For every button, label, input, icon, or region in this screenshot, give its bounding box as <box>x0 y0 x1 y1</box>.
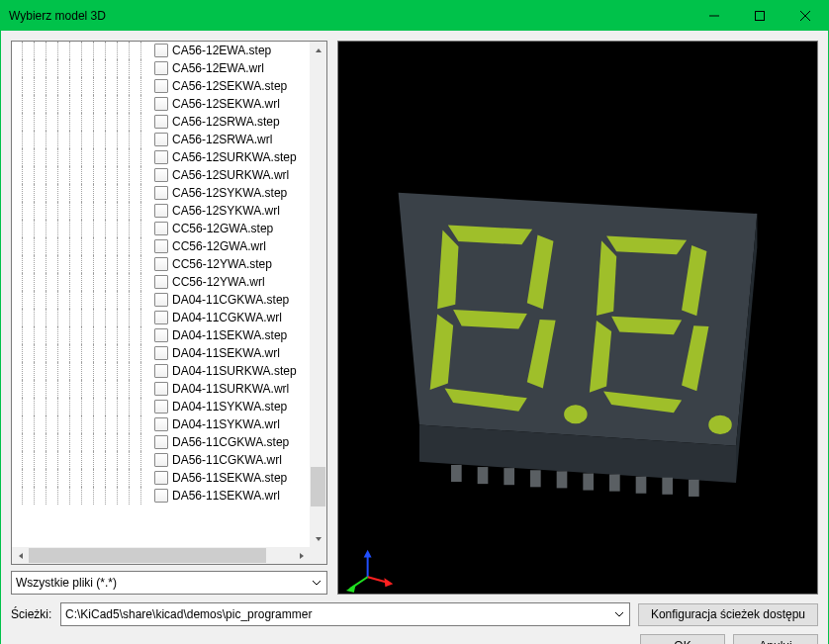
scroll-left-button[interactable] <box>12 547 29 564</box>
vertical-scrollbar[interactable] <box>310 42 326 547</box>
svg-rect-1 <box>756 12 765 21</box>
file-tree-item[interactable]: DA04-11CGKWA.step <box>12 291 310 309</box>
file-tree-item[interactable]: CA56-12SURKWA.step <box>12 148 310 166</box>
client-area: CA56-12EWA.stepCA56-12EWA.wrlCA56-12SEKW… <box>1 31 828 644</box>
file-name-label: DA56-11SEKWA.wrl <box>172 489 280 503</box>
svg-rect-18 <box>636 477 647 494</box>
file-name-label: DA04-11SURKWA.step <box>172 364 297 378</box>
file-tree-item[interactable]: DA56-11CGKWA.wrl <box>12 451 310 469</box>
configure-paths-button[interactable]: Konfiguracja ścieżek dostępu <box>638 603 818 626</box>
svg-rect-12 <box>478 467 489 484</box>
file-icon <box>154 400 168 414</box>
file-tree-item[interactable]: DA04-11SEKWA.wrl <box>12 344 310 362</box>
file-icon <box>154 61 168 75</box>
file-tree-item[interactable]: DA04-11SURKWA.wrl <box>12 380 310 398</box>
file-tree[interactable]: CA56-12EWA.stepCA56-12EWA.wrlCA56-12SEKW… <box>11 41 327 565</box>
svg-rect-13 <box>504 468 514 485</box>
horizontal-scrollbar[interactable] <box>12 547 310 564</box>
maximize-button[interactable] <box>737 1 783 31</box>
cancel-button[interactable]: Anuluj <box>733 634 818 644</box>
file-tree-item[interactable]: CA56-12SURKWA.wrl <box>12 166 310 184</box>
upper-panel: CA56-12EWA.stepCA56-12EWA.wrlCA56-12SEKW… <box>11 41 818 595</box>
file-name-label: DA04-11SEKWA.wrl <box>172 346 280 360</box>
file-tree-item[interactable]: DA56-11CGKWA.step <box>12 433 310 451</box>
file-name-label: CA56-12SRWA.wrl <box>172 133 272 146</box>
svg-rect-0 <box>709 16 719 17</box>
scroll-down-button[interactable] <box>310 530 326 547</box>
file-filter-text: Wszystkie pliki (*.*) <box>16 576 117 590</box>
minimize-button[interactable] <box>691 1 737 31</box>
file-name-label: DA56-11CGKWA.wrl <box>172 453 282 467</box>
file-tree-item[interactable]: CA56-12SYKWA.step <box>12 184 310 202</box>
file-tree-item[interactable]: CC56-12YWA.wrl <box>12 273 310 291</box>
file-icon <box>154 44 168 57</box>
file-name-label: DA56-11CGKWA.step <box>172 435 289 449</box>
svg-marker-3 <box>364 550 372 558</box>
file-icon <box>154 239 168 253</box>
file-tree-item[interactable]: CC56-12GWA.wrl <box>12 237 310 255</box>
file-tree-item[interactable]: DA56-11SEKWA.step <box>12 469 310 487</box>
file-icon <box>154 311 168 324</box>
file-name-label: CA56-12SYKWA.step <box>172 186 287 200</box>
file-icon <box>154 471 168 485</box>
vertical-scroll-thumb[interactable] <box>311 467 325 506</box>
file-tree-item[interactable]: CA56-12SYKWA.wrl <box>12 202 310 220</box>
file-icon <box>154 168 168 182</box>
window-frame: Wybierz model 3D CA56-12EWA.stepCA56-12E… <box>0 0 829 644</box>
horizontal-scroll-thumb[interactable] <box>29 548 266 563</box>
3d-preview[interactable] <box>337 41 818 595</box>
file-icon <box>154 204 168 218</box>
file-name-label: CA56-12EWA.wrl <box>172 61 264 75</box>
file-tree-item[interactable]: DA04-11SEKWA.step <box>12 326 310 344</box>
file-name-label: DA04-11SYKWA.step <box>172 400 287 414</box>
titlebar[interactable]: Wybierz model 3D <box>1 1 828 31</box>
file-filter-combo[interactable]: Wszystkie pliki (*.*) <box>11 571 327 595</box>
close-button[interactable] <box>783 1 828 31</box>
file-name-label: CC56-12YWA.wrl <box>172 275 265 289</box>
file-tree-item[interactable]: CA56-12SEKWA.wrl <box>12 95 310 113</box>
file-icon <box>154 382 168 396</box>
file-tree-item[interactable]: DA04-11SURKWA.step <box>12 362 310 380</box>
file-name-label: DA04-11SYKWA.wrl <box>172 417 280 431</box>
file-icon <box>154 79 168 93</box>
window-title: Wybierz model 3D <box>9 9 691 23</box>
svg-marker-5 <box>384 578 393 587</box>
file-icon <box>154 133 168 146</box>
file-icon <box>154 489 168 503</box>
scroll-corner <box>310 547 326 564</box>
file-tree-item[interactable]: DA56-11SEKWA.wrl <box>12 487 310 505</box>
svg-rect-19 <box>662 478 673 495</box>
file-icon <box>154 435 168 449</box>
file-icon <box>154 186 168 200</box>
file-icon <box>154 257 168 271</box>
file-tree-item[interactable]: CA56-12EWA.step <box>12 42 310 59</box>
file-tree-item[interactable]: CA56-12EWA.wrl <box>12 59 310 77</box>
file-name-label: CC56-12GWA.step <box>172 222 273 235</box>
file-tree-item[interactable]: CA56-12SRWA.step <box>12 113 310 131</box>
file-name-label: CA56-12SURKWA.step <box>172 150 297 164</box>
file-tree-list[interactable]: CA56-12EWA.stepCA56-12EWA.wrlCA56-12SEKW… <box>12 42 310 547</box>
file-icon <box>154 97 168 111</box>
file-tree-item[interactable]: CC56-12GWA.step <box>12 220 310 237</box>
file-name-label: CC56-12YWA.step <box>172 257 272 271</box>
dialog-buttons: OK Anuluj <box>11 634 818 644</box>
file-tree-item[interactable]: CC56-12YWA.step <box>12 255 310 273</box>
file-icon <box>154 453 168 467</box>
file-name-label: CA56-12SEKWA.wrl <box>172 97 280 111</box>
scroll-up-button[interactable] <box>310 42 326 58</box>
file-icon <box>154 275 168 289</box>
file-tree-item[interactable]: DA04-11SYKWA.wrl <box>12 415 310 433</box>
file-tree-item[interactable]: CA56-12SRWA.wrl <box>12 131 310 148</box>
file-icon <box>154 346 168 360</box>
file-tree-item[interactable]: CA56-12SEKWA.step <box>12 77 310 95</box>
file-tree-item[interactable]: DA04-11SYKWA.step <box>12 398 310 415</box>
path-combo[interactable]: C:\KiCad5\share\kicad\demos\pic_programm… <box>60 602 630 626</box>
file-tree-item[interactable]: DA04-11CGKWA.wrl <box>12 309 310 326</box>
file-name-label: CA56-12SEKWA.step <box>172 79 287 93</box>
file-icon <box>154 222 168 235</box>
ok-button[interactable]: OK <box>640 634 725 644</box>
scroll-right-button[interactable] <box>293 547 310 564</box>
file-icon <box>154 293 168 307</box>
file-name-label: DA04-11CGKWA.wrl <box>172 311 282 324</box>
file-icon <box>154 150 168 164</box>
